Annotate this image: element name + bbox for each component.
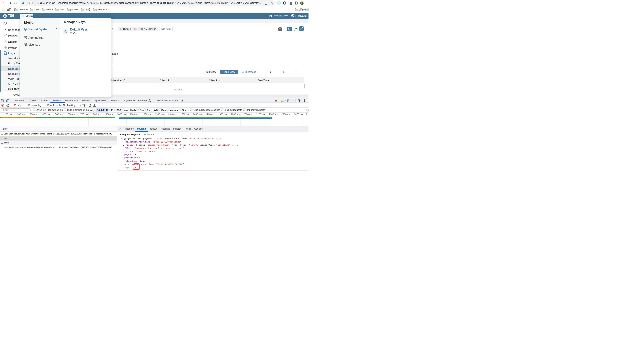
svg-text:LOG: LOG bbox=[4, 53, 7, 54]
svg-text:EN: EN bbox=[291, 15, 293, 17]
